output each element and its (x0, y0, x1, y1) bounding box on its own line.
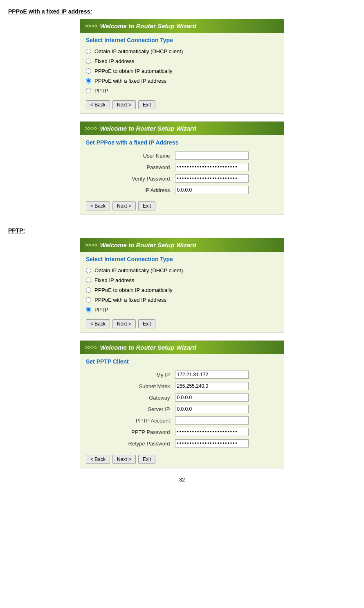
verify-password-input[interactable] (175, 174, 249, 183)
password-row: Password (86, 161, 278, 173)
pptp-wizard1: >>>> Welcome to Router Setup Wizard Sele… (80, 238, 284, 333)
pptp-radio-fixed-ip[interactable]: Fixed IP address (86, 276, 278, 284)
pptp-radio-pppoe-auto-input[interactable] (86, 287, 91, 293)
pppoe-fixed-wizard1: >>>> Welcome to Router Setup Wizard Sele… (80, 19, 284, 114)
back-button2[interactable]: < Back (86, 201, 110, 210)
password-input[interactable] (175, 163, 249, 171)
pptp-password-label: PPTP Password (86, 426, 173, 438)
pptp-back-button1[interactable]: < Back (86, 319, 110, 328)
radio-pptp-input[interactable] (86, 88, 91, 93)
ip-address-label: IP Address (86, 184, 173, 196)
pptp-wizard2: >>>> Welcome to Router Setup Wizard Set … (80, 340, 284, 468)
radio-pppoe-auto-input[interactable] (86, 68, 91, 74)
next-button2[interactable]: Next > (112, 201, 136, 210)
wizard-buttons: < Back Next > Exit (86, 100, 278, 109)
subnet-row: Subnet Mask (86, 380, 278, 392)
pptp-radio-dhcp-label: Obtain IP automatically (DHCP client) (94, 267, 183, 273)
gateway-input[interactable] (175, 393, 249, 402)
subnet-input[interactable] (175, 382, 249, 390)
myip-input[interactable] (175, 371, 249, 379)
myip-row: My IP (86, 369, 278, 380)
pptp-radio-pppoe-fixed-input[interactable] (86, 297, 91, 303)
pptp-account-label: PPTP Account (86, 415, 173, 426)
pptp-wizard2-buttons: < Back Next > Exit (86, 455, 278, 464)
pptp-radio-pptp-input[interactable] (86, 307, 91, 312)
pptp-radio-dhcp-input[interactable] (86, 268, 91, 273)
pptp-section: PPTP: >>>> Welcome to Router Setup Wizar… (8, 227, 356, 468)
gateway-label: Gateway (86, 392, 173, 403)
next-button[interactable]: Next > (112, 100, 136, 109)
verify-password-label: Verify Password (86, 173, 173, 184)
pptp-account-input[interactable] (175, 416, 249, 425)
pppoe-fixed-wizard2: >>>> Welcome to Router Setup Wizard Set … (80, 121, 284, 215)
verify-password-row: Verify Password (86, 173, 278, 184)
ip-address-row: IP Address (86, 184, 278, 196)
password-label: Password (86, 161, 173, 173)
pptp-header-title: Welcome to Router Setup Wizard (100, 242, 196, 249)
radio-fixed-ip[interactable]: Fixed IP address (86, 57, 278, 65)
page-number: 32 (8, 477, 356, 483)
username-input[interactable] (175, 151, 249, 160)
pptp-radio-pptp-label: PPTP (94, 307, 108, 313)
pptp-radio-pptp[interactable]: PPTP (86, 306, 278, 314)
pptp-exit-button2[interactable]: Exit (138, 455, 155, 464)
username-label: User Name (86, 150, 173, 161)
pptp-wizard2-header: >>>> Welcome to Router Setup Wizard (80, 341, 284, 354)
back-button[interactable]: < Back (86, 100, 110, 109)
header-arrows: >>>> (85, 23, 97, 29)
pptp-radio-fixed-ip-label: Fixed IP address (94, 277, 134, 283)
pptp-wizard2-body: Set PPTP Client My IP Subnet Mask Gatewa… (80, 354, 284, 468)
pptp-radio-pppoe-auto-label: PPPoE to obtain IP automatically (94, 287, 173, 293)
pptp-radio-fixed-ip-input[interactable] (86, 278, 91, 283)
pptp-password-row: PPTP Password (86, 426, 278, 438)
pptp-next-button2[interactable]: Next > (112, 455, 136, 464)
radio-pppoe-fixed[interactable]: PPPoE with a fixed IP address (86, 77, 278, 85)
pptp-wizard2-subtitle: Set PPTP Client (86, 358, 278, 365)
ip-address-input[interactable] (175, 186, 249, 194)
gateway-row: Gateway (86, 392, 278, 403)
retype-password-row: Retype Password (86, 438, 278, 449)
pptp-wizard2-arrows: >>>> (85, 344, 97, 350)
pptp-form-table: My IP Subnet Mask Gateway Server IP PPTP… (86, 369, 278, 449)
serverip-input[interactable] (175, 405, 249, 413)
subnet-label: Subnet Mask (86, 380, 173, 392)
radio-pptp[interactable]: PPTP (86, 87, 278, 95)
wizard-subtitle: Select Internet Connection Type (86, 37, 278, 43)
pptp-title: PPTP: (8, 227, 356, 234)
pptp-header-arrows: >>>> (85, 242, 97, 248)
pppoe-fixed-title: PPPoE with a fixed IP address: (8, 8, 356, 15)
wizard-buttons2: < Back Next > Exit (86, 201, 278, 210)
retype-password-input[interactable] (175, 439, 249, 448)
radio-pppoe-auto-label: PPPoE to obtain IP automatically (94, 68, 173, 74)
pppoe-form-table: User Name Password Verify Password IP Ad… (86, 150, 278, 196)
pptp-exit-button1[interactable]: Exit (138, 319, 155, 328)
exit-button[interactable]: Exit (138, 100, 155, 109)
wizard-body2: Set PPPoe with a fixed IP Address User N… (80, 135, 284, 215)
header-arrows2: >>>> (85, 125, 97, 131)
username-row: User Name (86, 150, 278, 161)
pptp-account-row: PPTP Account (86, 415, 278, 426)
header-title2: Welcome to Router Setup Wizard (100, 125, 196, 132)
pptp-wizard1-header: >>>> Welcome to Router Setup Wizard (80, 238, 284, 252)
pptp-radio-pppoe-auto[interactable]: PPPoE to obtain IP automatically (86, 286, 278, 294)
pptp-radio-pppoe-fixed[interactable]: PPPoE with a fixed IP address (86, 296, 278, 304)
wizard-subtitle2: Set PPPoe with a fixed IP Address (86, 139, 278, 146)
retype-password-label: Retype Password (86, 438, 173, 449)
pptp-wizard1-body: Select Internet Connection Type Obtain I… (80, 252, 284, 332)
radio-dhcp-label: Obtain IP automatically (DHCP client) (94, 48, 183, 54)
wizard-header: >>>> Welcome to Router Setup Wizard (80, 19, 284, 33)
pptp-password-input[interactable] (175, 428, 249, 436)
radio-fixed-ip-input[interactable] (86, 59, 91, 64)
pptp-next-button1[interactable]: Next > (112, 319, 136, 328)
pptp-back-button2[interactable]: < Back (86, 455, 110, 464)
wizard-header2: >>>> Welcome to Router Setup Wizard (80, 122, 284, 135)
exit-button2[interactable]: Exit (138, 201, 155, 210)
radio-fixed-ip-label: Fixed IP address (94, 58, 134, 64)
pptp-wizard1-subtitle: Select Internet Connection Type (86, 256, 278, 262)
pptp-radio-dhcp[interactable]: Obtain IP automatically (DHCP client) (86, 267, 278, 274)
radio-pppoe-auto[interactable]: PPPoE to obtain IP automatically (86, 67, 278, 75)
radio-dhcp[interactable]: Obtain IP automatically (DHCP client) (86, 47, 278, 55)
radio-dhcp-input[interactable] (86, 49, 91, 54)
radio-pptp-label: PPTP (94, 88, 108, 94)
radio-pppoe-fixed-input[interactable] (86, 78, 91, 84)
